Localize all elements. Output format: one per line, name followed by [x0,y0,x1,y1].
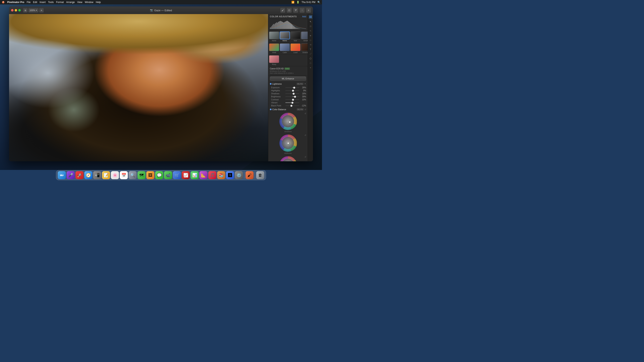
launchpad-icon[interactable]: 🚀 [76,171,84,179]
stocks-icon[interactable]: 📈 [182,171,190,179]
maximize-button[interactable] [18,9,21,11]
star-tool[interactable]: ✦ [308,66,312,70]
menu-tools[interactable]: Tools [48,1,54,3]
preset-calm[interactable]: Calm [280,43,290,53]
quicklook-icon[interactable]: 🔍 [128,171,137,179]
vibrant-slider-row: Vibrant [268,101,308,104]
appstore-icon[interactable]: 🅰 [226,171,234,179]
vibrant-thumb[interactable] [292,102,294,104]
pen-tool[interactable] [308,56,312,60]
shadows-color-wheel[interactable] [279,112,297,130]
preset-smoky-label: Smoky [303,40,308,42]
menu-edit[interactable]: Edit [33,1,37,3]
exposure-thumb[interactable] [293,87,295,89]
calendar-icon[interactable]: 📅 [120,171,128,179]
preset-vivid[interactable]: Vivid [269,43,279,53]
music-icon[interactable]: 🎵 [208,171,216,179]
ml-enhance-button[interactable]: ML Enhance [270,76,306,81]
photos-icon[interactable]: 🌸 [111,171,119,179]
highlights-thumb[interactable] [292,90,294,92]
text-tool[interactable]: T [308,47,312,51]
menu-format[interactable]: Format [56,1,64,3]
app-name[interactable]: Pixelmator Pro [7,1,24,3]
close-button[interactable] [11,9,14,11]
crop-tool[interactable]: ⊡ [308,24,312,28]
eyedropper-tool[interactable] [308,52,312,56]
lightness-section-header[interactable]: Lightness ML Fix ▼ [268,82,308,86]
store-icon[interactable]: 🛒 [173,171,181,179]
preset-loud[interactable]: Loud [290,43,300,53]
menu-arrange[interactable]: Arrange [66,1,75,3]
color-balance-ml-fix[interactable]: ML Fix [297,108,304,111]
notes-icon[interactable]: 📝 [102,171,110,179]
shadows-wheel-svg [279,112,297,130]
preset-noir[interactable]: Noir [290,31,300,42]
sysprefs-icon[interactable]: ⚙️ [235,171,243,179]
preset-mono[interactable]: Mono [280,31,290,42]
menu-window[interactable]: Window [85,1,94,3]
lightness-indicator [270,83,272,85]
blackpoint-slider[interactable] [285,105,299,106]
zoom-add-button[interactable]: + [39,8,44,12]
midtones-color-wheel[interactable] [279,134,297,152]
shadows-thumb[interactable] [292,93,295,95]
crop-icon[interactable]: ⊡ [287,8,292,13]
select-tool[interactable]: ↖ [308,19,312,23]
shadows-slider[interactable] [285,93,299,94]
brightness-slider[interactable] [285,96,299,97]
highlights-wheel-reset[interactable]: ↺ [304,156,306,158]
menu-insert[interactable]: Insert [40,1,46,3]
highlights-slider[interactable] [285,90,299,91]
safari-icon[interactable]: 🧭 [84,171,92,179]
preset-smoky[interactable]: Smoky [301,31,308,42]
shape-tool[interactable]: ◇ [308,38,312,42]
menu-file[interactable]: File [27,1,30,3]
gallery-icon[interactable]: 🖼 [146,171,154,179]
blackpoint-thumb[interactable] [290,105,292,107]
brush-tool[interactable]: ✎ [308,29,312,33]
trash-dock-icon[interactable]: 🗑 [256,171,264,179]
vibrant-slider[interactable] [285,102,299,103]
books-icon[interactable]: 📚 [217,171,225,179]
more-icon[interactable]: ≡ [306,8,311,13]
camera-model: Canon EOS 6D [270,67,284,70]
messages-icon[interactable]: 💬 [155,171,163,179]
preset-rosy[interactable]: Rosy [269,55,279,65]
keynote-icon[interactable]: 📐 [200,171,208,179]
search-icon[interactable]: 🔍 [317,1,320,3]
exposure-slider[interactable] [285,87,299,88]
adjust-icon[interactable]: ⧩ [293,8,298,13]
presets-tool[interactable] [308,15,312,19]
finder-icon[interactable] [58,171,66,179]
add-adjustment-button[interactable]: Add [302,15,306,18]
paint-icon[interactable]: 🖌 [280,8,285,13]
view-toggle-btn[interactable]: ⊞ [23,8,28,12]
color-balance-section-header[interactable]: Color Balance ML Fix ↺ [268,107,308,112]
brightness-thumb[interactable] [294,96,296,98]
maps-icon[interactable]: 🗺 [138,171,146,179]
midtones-wheel-reset[interactable]: ↺ [304,134,306,136]
svg-rect-11 [278,22,278,29]
facetime-icon[interactable]: 📹 [164,171,172,179]
menu-help[interactable]: Help [96,1,101,3]
share-icon[interactable]: ↑ [300,8,304,13]
preset-mono-thumb [280,31,290,39]
svg-rect-38 [300,28,300,29]
ml-fix-badge[interactable]: ML Fix [296,83,304,85]
pixelmator-dock-icon[interactable]: 🖌 [246,171,254,179]
rotate-tool[interactable]: ⟲ [308,43,312,47]
migration-icon[interactable]: 📲 [93,171,101,179]
preset-none[interactable]: None [269,31,279,42]
minimize-button[interactable] [15,9,17,11]
numbers-icon[interactable]: 📊 [190,171,199,179]
shadows-wheel-reset[interactable]: ↺ [304,112,306,115]
contrast-thumb[interactable] [292,99,294,101]
highlights-color-wheel[interactable] [279,156,297,161]
heal-tool[interactable]: ◈ [308,33,312,37]
color-balance-reset[interactable]: ↺ [304,108,306,111]
preset-dramatic[interactable]: Dramatic [301,43,308,53]
contrast-slider[interactable] [285,99,299,100]
stamp-tool[interactable]: ⬡ [308,61,312,65]
menu-view[interactable]: View [77,1,82,3]
siri-icon[interactable]: 🎤 [66,171,75,179]
